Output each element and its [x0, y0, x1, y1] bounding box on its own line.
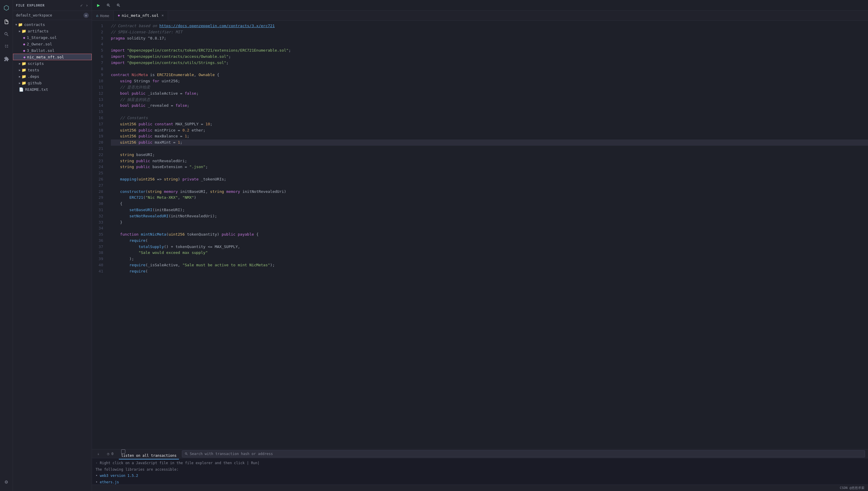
code-line-35: function mintNicMeta(uint256 tokenQuanti…: [111, 231, 868, 238]
logo-icon[interactable]: ⬡: [1, 2, 12, 13]
tree-item-3ballot[interactable]: ◆ 3_Ballot.sol: [13, 47, 92, 54]
bottom-tab-arrow[interactable]: ⇓: [95, 451, 102, 457]
code-line-3: pragma solidity ^0.8.17;: [111, 35, 868, 41]
code-line-36: require(: [111, 238, 868, 244]
tree-label-scripts: scripts: [28, 61, 44, 66]
tree-item-readme[interactable]: 📄 README.txt: [13, 86, 92, 93]
files-icon[interactable]: [1, 17, 12, 27]
tabs-bar: ⌂ Home ◆ nic_meta_nft.sol ✕: [92, 10, 868, 21]
tree-item-tests[interactable]: ▶ 📁 tests: [13, 67, 92, 73]
arrow-right-icon: ▶: [19, 62, 21, 65]
bottom-panel: ⇓ ◷ 0 listen on all transactions Search …: [92, 449, 868, 485]
source-control-icon[interactable]: [1, 41, 12, 52]
code-line-39: );: [111, 256, 868, 262]
code-line-30: {: [111, 201, 868, 207]
line-numbers: 1234567891011121314151617181920212223242…: [92, 21, 106, 449]
folder-icon: 📁: [18, 22, 23, 27]
folder-icon: 📁: [22, 74, 26, 79]
code-line-40: require(_isSaleActive, "Sale must be act…: [111, 262, 868, 268]
tree-item-2owner[interactable]: ◆ 2_Owner.sol: [13, 41, 92, 47]
sol-file-icon: ◆: [23, 35, 25, 40]
folder-icon: 📁: [22, 68, 26, 72]
folder-icon: 📁: [22, 61, 26, 66]
folder-icon: 📁: [22, 81, 26, 85]
check-icon[interactable]: ✓: [80, 2, 83, 8]
code-line-4: [111, 41, 868, 48]
code-line-29: ERC721("Nic Meta-XKX", "NMX"): [111, 195, 868, 201]
code-line-9: contract NicMeta is ERC721Enumerable, Ow…: [111, 72, 868, 78]
code-line-17: uint256 public constant MAX_SUPPLY = 10;: [111, 121, 868, 127]
tree-item-github[interactable]: ▶ 📁 github: [13, 80, 92, 86]
tab-home[interactable]: ⌂ Home: [92, 11, 114, 20]
zoom-in-button[interactable]: [114, 2, 123, 9]
code-line-10: using Strings for uint256;: [111, 78, 868, 84]
code-line-1: // Contract based on https://docs.openze…: [111, 23, 868, 29]
workspace-menu-btn[interactable]: ⊕: [84, 13, 89, 18]
libraries-label: The following libraries are accessible:: [95, 466, 865, 473]
code-area: 1234567891011121314151617181920212223242…: [92, 21, 868, 449]
bottom-search-bar[interactable]: Search with transaction hash or address: [182, 450, 865, 457]
main-content: ▶ ⌂ Home ◆ nic_meta_nft.sol ✕ 1234567891…: [92, 0, 868, 491]
chevron-right-icon[interactable]: ›: [85, 2, 89, 8]
ethers-link[interactable]: ethers.js: [100, 480, 119, 484]
tree-item-1storage[interactable]: ◆ 1_Storage.sol: [13, 34, 92, 41]
file-tree: ▼ 📁 contracts ▶ 📁 artifacts ◆ 1_Storage.…: [13, 20, 92, 491]
code-line-7: import "@openzeppelin/contracts/utils/St…: [111, 60, 868, 66]
tree-label-readme: README.txt: [25, 87, 48, 92]
arrow-right-icon: ▶: [19, 81, 21, 85]
arrow-right-icon: ▶: [19, 29, 21, 33]
code-line-25: [111, 170, 868, 176]
code-line-16: // Constants: [111, 115, 868, 121]
close-icon[interactable]: ✕: [161, 13, 163, 18]
bottom-content: · Right click on a JavaScript file in th…: [92, 458, 868, 485]
code-line-5: import "@openzeppelin/contracts/token/ER…: [111, 48, 868, 54]
bottom-tab-clock[interactable]: ◷ 0: [105, 451, 116, 457]
bottom-tab-listen[interactable]: listen on all transactions: [119, 448, 179, 459]
code-line-32: setNotRevealedURI(initNotRevealedUri);: [111, 213, 868, 220]
tree-item-contracts[interactable]: ▼ 📁 contracts: [13, 21, 92, 28]
tree-label-tests: tests: [28, 68, 39, 72]
tree-item-nic-meta-nft[interactable]: ◆ nic_meta_nft.sol: [13, 54, 92, 60]
listen-checkbox[interactable]: [121, 450, 125, 454]
tab-nic-meta-label: nic_meta_nft.sol: [122, 13, 159, 18]
listen-label: listen on all transactions: [121, 454, 177, 458]
settings-icon[interactable]: ⚙: [1, 476, 12, 487]
search-icon[interactable]: [1, 29, 12, 39]
code-line-41: require(: [111, 268, 868, 275]
code-line-28: constructor(string memory initBaseURI, s…: [111, 189, 868, 195]
code-line-31: setBaseURI(initBaseURI);: [111, 207, 868, 213]
tab-home-label: Home: [100, 13, 109, 18]
tree-item-artifacts[interactable]: ▶ 📁 artifacts: [13, 28, 92, 34]
sidebar-title: FILE EXPLORER: [16, 3, 45, 7]
tree-label-nic-meta: nic_meta_nft.sol: [27, 55, 64, 59]
sol-file-icon: ◆: [23, 55, 26, 59]
zoom-out-button[interactable]: [104, 2, 113, 9]
code-line-26: mapping(uint256 => string) private _toke…: [111, 176, 868, 182]
workspace-label: default_workspace: [16, 13, 52, 18]
txt-file-icon: 📄: [19, 87, 24, 92]
hint-text: · Right click on a JavaScript file in th…: [95, 460, 865, 466]
code-line-37: totalSupply() + tokenQuantity <= MAX_SUP…: [111, 244, 868, 250]
code-line-12: bool public _isSaleActive = false;: [111, 90, 868, 97]
code-editor[interactable]: // Contract based on https://docs.openze…: [106, 21, 868, 449]
tree-item-scripts[interactable]: ▶ 📁 scripts: [13, 60, 92, 67]
status-bar: CSDN @悠悠求索: [92, 485, 868, 491]
arrow-down-icon: ▼: [15, 23, 17, 26]
search-placeholder: Search with transaction hash or address: [190, 452, 273, 456]
tree-label-1storage: 1_Storage.sol: [27, 35, 57, 40]
web3-link[interactable]: web3 version 1.5.2: [100, 473, 138, 478]
bottom-tabs: ⇓ ◷ 0 listen on all transactions Search …: [92, 450, 868, 458]
code-line-14: bool public _revealed = false;: [111, 103, 868, 109]
code-line-13: // 抽盲盒的状态: [111, 97, 868, 103]
status-right-text: CSDN @悠悠求索: [840, 486, 865, 490]
tab-nic-meta[interactable]: ◆ nic_meta_nft.sol ✕: [114, 11, 168, 20]
code-line-20: uint256 public maxMint = 1;: [111, 140, 868, 146]
tree-label-contracts: contracts: [24, 22, 45, 27]
tree-item-deps[interactable]: ▶ 📁 .deps: [13, 73, 92, 80]
search-icon: [185, 452, 188, 456]
run-button[interactable]: ▶: [94, 2, 102, 9]
code-line-15: [111, 109, 868, 115]
code-line-38: "Sale would exceed max supply": [111, 250, 868, 256]
code-line-11: // 是否允许拍卖: [111, 84, 868, 90]
extensions-icon[interactable]: [1, 54, 12, 64]
